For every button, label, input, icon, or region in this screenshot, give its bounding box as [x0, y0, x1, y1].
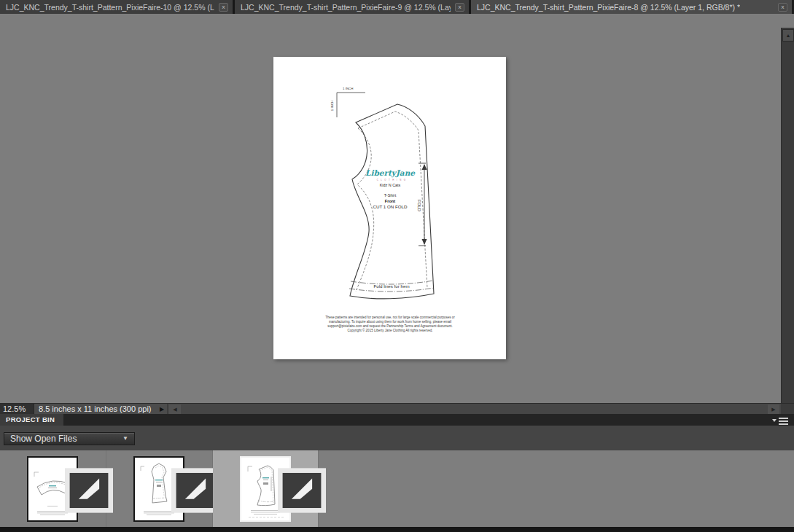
scroll-left-icon[interactable]: ◀	[169, 404, 181, 414]
photoshop-elements-window: LJC_KNC_Trendy_T-shirt_Pattern_PixieFair…	[0, 0, 794, 532]
fold-arrow-down-icon	[422, 239, 427, 245]
piece-part: Front	[385, 199, 395, 203]
footer-line: These patterns are intended for personal…	[325, 316, 455, 319]
thumbnail-front-pattern[interactable]	[240, 456, 291, 522]
footer-line: Copyright © 2015 Liberty Jane Clothing A…	[348, 328, 433, 332]
ruler-v-label: 1 INCH	[330, 101, 334, 111]
document-tab-1[interactable]: LJC_KNC_Trendy_T-shirt_Pattern_PixieFair…	[0, 0, 235, 14]
status-bar: 12.5% 8.5 inches x 11 inches (300 ppi) ▶…	[0, 403, 794, 414]
zoom-level-field[interactable]: 12.5%	[0, 404, 34, 415]
piece-name: T-Shirt	[384, 193, 397, 197]
vertical-scrollbar[interactable]: ▲ ▼	[781, 28, 794, 417]
canvas-area[interactable]: 1 INCH 1 INCH Fold lines for hem FOLD Li…	[0, 14, 794, 403]
scrollbar-corner	[781, 404, 794, 415]
open-file-badge-icon	[278, 459, 288, 469]
cut-instruction: CUT 1 ON FOLD	[373, 204, 408, 209]
open-file-badge-icon	[65, 459, 75, 469]
project-bin-toolbar: Show Open Files ▼	[0, 426, 794, 450]
close-icon[interactable]: x	[219, 3, 228, 12]
horizontal-scrollbar[interactable]: ◀ ▶	[167, 404, 794, 414]
chevron-down-icon: ▼	[122, 433, 128, 445]
fold-label: FOLD	[417, 200, 421, 212]
footer-line: support@pixiefaire.com and request the P…	[327, 324, 453, 328]
document-tab-3-active[interactable]: LJC_KNC_Trendy_T-shirt_Pattern_PixieFair…	[471, 0, 792, 14]
document-info: 8.5 inches x 11 inches (300 ppi)	[34, 404, 157, 415]
brand-line: Kidz N Cats	[380, 183, 401, 187]
project-bin-title[interactable]: PROJECT BIN	[0, 414, 63, 426]
thumbnail-slot-2	[106, 450, 213, 527]
pattern-drawing: 1 INCH 1 INCH Fold lines for hem FOLD Li…	[273, 57, 506, 359]
pattern-document-page[interactable]: 1 INCH 1 INCH Fold lines for hem FOLD Li…	[273, 57, 506, 359]
show-open-files-dropdown[interactable]: Show Open Files ▼	[4, 432, 135, 445]
document-tab-bar: LJC_KNC_Trendy_T-shirt_Pattern_PixieFair…	[0, 0, 794, 14]
tab-title: LJC_KNC_Trendy_T-shirt_Pattern_PixieFair…	[477, 3, 740, 12]
ruler-marks	[337, 93, 365, 117]
thumbnail-empty-area	[319, 450, 794, 527]
logo-subtext: C L O T H I N G	[377, 179, 407, 181]
document-tab-2[interactable]: LJC_KNC_Trendy_T-shirt_Pattern_PixieFair…	[235, 0, 471, 14]
scroll-up-icon[interactable]: ▲	[782, 29, 794, 42]
dropdown-value: Show Open Files	[10, 433, 77, 445]
tab-title: LJC_KNC_Trendy_T-shirt_Pattern_PixieFair…	[241, 3, 451, 12]
thumbnail-collar-pattern[interactable]	[27, 456, 78, 522]
thumbnail-back-pattern[interactable]	[133, 456, 184, 522]
hem-label: Fold lines for hem	[373, 283, 409, 289]
project-bin-header: PROJECT BIN	[0, 414, 794, 426]
thumbnail-slot-1	[0, 450, 106, 527]
thumbnail-slot-3-selected	[213, 450, 319, 527]
open-file-badge-icon	[171, 459, 182, 469]
project-bin-thumbnails	[0, 450, 794, 527]
window-bottom-edge	[0, 527, 794, 532]
ruler-h-label: 1 INCH	[343, 87, 353, 90]
fold-arrow-up-icon	[422, 164, 427, 170]
close-icon[interactable]: x	[778, 3, 787, 12]
panel-menu-icon[interactable]	[772, 415, 788, 424]
footer-line: manufacturing. To inquire about using th…	[329, 320, 451, 324]
status-popup-arrow-icon[interactable]: ▶	[157, 404, 167, 415]
tab-title: LJC_KNC_Trendy_T-shirt_Pattern_PixieFair…	[6, 3, 214, 12]
liberty-jane-logo: LibertyJane	[365, 168, 416, 178]
close-icon[interactable]: x	[455, 3, 464, 12]
scroll-right-icon[interactable]: ▶	[768, 404, 779, 414]
